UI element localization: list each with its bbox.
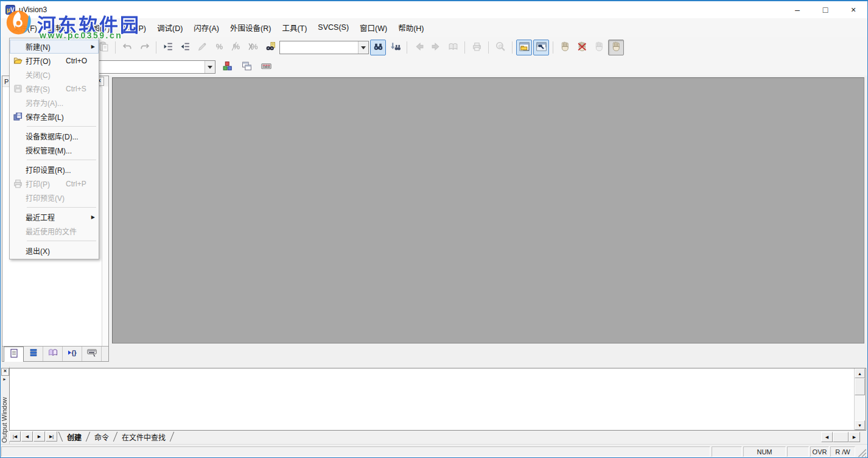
output-tab-find-in-files[interactable]: 在文件中查找 [116, 431, 172, 443]
title-bar: μV μVision3 – □ × [1, 1, 867, 18]
status-cell [712, 446, 742, 457]
output-horizontal-scrollbar[interactable]: ◀ ▶ [821, 432, 860, 442]
menubar-item-debug[interactable]: 调试(D) [152, 19, 188, 37]
tab-registers-icon [29, 348, 38, 360]
menu-bar: 文件(F)编辑(E)视图(V)工程(P)调试(D)闪存(A)外围设备(R)工具(… [1, 18, 867, 37]
horizontal-scroll-thumb[interactable] [833, 432, 849, 442]
menubar-item-tools[interactable]: 工具(T) [276, 19, 312, 37]
menu-item-label: 另存为(A)... [26, 97, 63, 108]
toolbar-separator [115, 41, 116, 54]
hand-icon [594, 41, 604, 54]
file-menu-item-print: 打印(P)Ctrl+P [10, 177, 99, 191]
clear-bookmarks-button: % [245, 40, 261, 55]
printer-icon [10, 178, 26, 189]
file-menu-item-open[interactable]: 打开(O)Ctrl+O [10, 54, 99, 68]
output-window-toggle[interactable] [533, 40, 549, 55]
menubar-item-project[interactable]: 工程(P) [115, 19, 152, 37]
file-menu-item-exit[interactable]: 退出(X) [10, 244, 99, 258]
resize-grip[interactable] [856, 447, 867, 458]
scroll-next-button[interactable]: ▶ [33, 431, 45, 442]
tab-templates[interactable] [82, 347, 102, 361]
chevron-down-icon[interactable] [358, 41, 368, 54]
tab-registers[interactable] [24, 347, 43, 361]
maximize-button[interactable]: □ [811, 1, 839, 18]
menubar-item-help[interactable]: 帮助(H) [393, 19, 429, 37]
zoom-button: @ [492, 40, 508, 55]
output-window-label: Output Window [1, 397, 9, 443]
output-tab-command[interactable]: 命令 [88, 431, 115, 443]
tab-functions-icon: {} [68, 348, 77, 360]
navigate-forward-button [428, 40, 444, 55]
scroll-last-button[interactable]: ▶| [46, 431, 57, 442]
output-tab-build[interactable]: 创建 [61, 431, 88, 443]
redo-icon [139, 41, 150, 54]
output-tab-scroller: |◀◀▶▶| [9, 431, 58, 442]
menu-item-shortcut: Ctrl+S [66, 85, 86, 93]
close-button[interactable]: × [839, 1, 867, 18]
output-pin-icon[interactable]: ► [2, 377, 7, 381]
tab-files[interactable] [4, 347, 24, 362]
target-options-button[interactable] [219, 59, 235, 75]
file-menu-item-close: 关闭(C) [10, 68, 99, 82]
scroll-right-button[interactable]: ▶ [849, 432, 860, 442]
incremental-find-button[interactable] [387, 40, 403, 55]
find-button[interactable] [370, 40, 386, 55]
comment-button: % [211, 40, 227, 55]
disable-all-breakpoints-button[interactable] [608, 40, 624, 55]
books-button [445, 40, 461, 55]
file-menu-item-print-preview: 打印预览(V) [10, 191, 99, 205]
project-panel-scrollbar[interactable] [102, 86, 108, 346]
window-project-icon [519, 41, 530, 54]
hand-icon [611, 41, 621, 54]
scroll-prev-button[interactable]: ◀ [21, 431, 33, 442]
scroll-down-button[interactable]: ▼ [855, 420, 865, 430]
file-menu: 新建(N)▶打开(O)Ctrl+O关闭(C)保存(S)Ctrl+S另存为(A).… [9, 38, 99, 259]
scroll-first-button[interactable]: |◀ [9, 431, 21, 442]
file-menu-item-license-management[interactable]: 授权管理(M)... [10, 143, 99, 157]
submenu-arrow-icon: ▶ [91, 44, 95, 49]
output-tabs: 创建命令在文件中查找 [60, 431, 172, 443]
vertical-scroll-thumb[interactable] [855, 378, 865, 395]
menu-item-label: 退出(X) [26, 245, 50, 256]
target-select-combo[interactable] [96, 60, 215, 74]
unindent-button[interactable] [177, 40, 193, 55]
menubar-item-window[interactable]: 窗口(W) [354, 19, 393, 37]
menubar-item-peripherals[interactable]: 外围设备(R) [225, 19, 276, 37]
percent-icon: % [214, 41, 225, 54]
output-content[interactable]: ▲ ▼ [9, 368, 866, 431]
toolbar-separator [488, 41, 489, 54]
file-menu-item-save-all[interactable]: 保存全部(L) [10, 110, 99, 124]
scroll-up-button[interactable]: ▲ [855, 368, 865, 378]
file-menu-item-device-database[interactable]: 设备数据库(D)... [10, 129, 99, 143]
find-in-files-button[interactable] [262, 40, 278, 55]
project-items-button[interactable] [239, 59, 254, 75]
file-menu-item-print-setup[interactable]: 打印设置(R)... [10, 163, 99, 177]
output-vertical-scrollbar[interactable]: ▲ ▼ [854, 368, 866, 430]
window-output-icon [536, 41, 547, 54]
uncomment-button: % [228, 40, 244, 55]
scroll-left-button[interactable]: ◀ [821, 432, 833, 442]
tab-functions[interactable]: {} [63, 347, 82, 361]
minimize-button[interactable]: – [783, 1, 811, 18]
project-workspace-toggle[interactable] [516, 40, 532, 55]
file-menu-item-recent-projects[interactable]: 最近工程▶ [10, 210, 99, 224]
indent-button[interactable] [160, 40, 176, 55]
menubar-item-flash[interactable]: 闪存(A) [188, 19, 225, 37]
output-window: × ► Output Window ▲ ▼ |◀◀▶▶| 创建命令在文件中查找 … [1, 367, 867, 444]
tab-books-icon [48, 348, 58, 360]
file-menu-item-new[interactable]: 新建(N)▶ [10, 40, 99, 54]
menu-item-label: 设备数据库(D)... [26, 131, 79, 141]
hand-x-icon [577, 41, 587, 54]
menubar-item-svcs[interactable]: SVCS(S) [312, 20, 354, 35]
tab-books[interactable] [43, 347, 63, 361]
menubar-item-view[interactable]: 视图(V) [79, 19, 116, 37]
find-combo[interactable] [279, 41, 369, 54]
menubar-item-file[interactable]: 文件(F) [7, 19, 43, 37]
menubar-item-edit[interactable]: 编辑(E) [43, 19, 79, 37]
kill-breakpoints-button[interactable] [574, 40, 590, 55]
insert-breakpoint-button[interactable] [557, 40, 573, 55]
output-close-button[interactable]: × [1, 368, 9, 376]
chevron-down-icon[interactable] [205, 61, 215, 73]
svg-text:{}: {} [71, 349, 76, 356]
configure-keyboard-button[interactable] [258, 59, 274, 75]
